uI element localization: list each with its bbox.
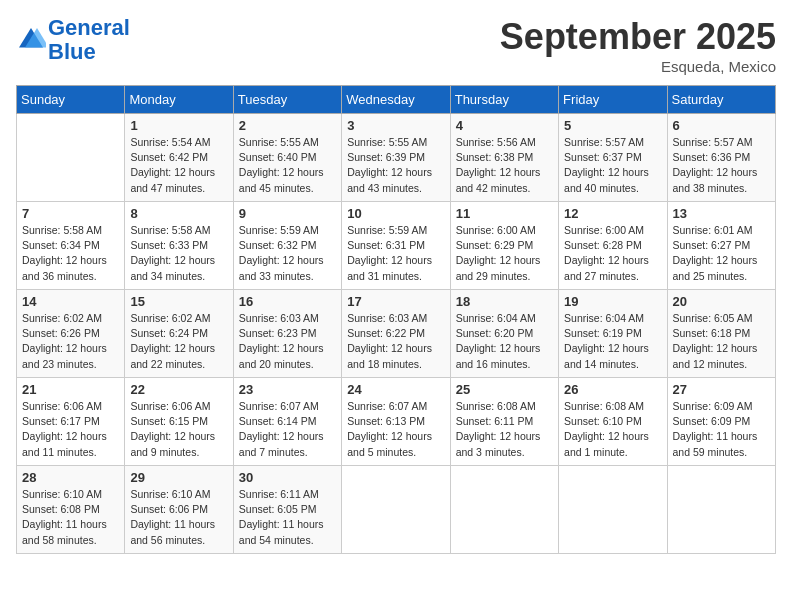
- logo-line2: Blue: [48, 39, 96, 64]
- day-number: 29: [130, 470, 227, 485]
- weekday-row: SundayMondayTuesdayWednesdayThursdayFrid…: [17, 86, 776, 114]
- day-info: Sunrise: 6:00 AM Sunset: 6:29 PM Dayligh…: [456, 223, 553, 284]
- day-info: Sunrise: 5:54 AM Sunset: 6:42 PM Dayligh…: [130, 135, 227, 196]
- calendar-cell: 23Sunrise: 6:07 AM Sunset: 6:14 PM Dayli…: [233, 378, 341, 466]
- day-number: 5: [564, 118, 661, 133]
- page-header: General Blue September 2025 Esqueda, Mex…: [16, 16, 776, 75]
- calendar-cell: 22Sunrise: 6:06 AM Sunset: 6:15 PM Dayli…: [125, 378, 233, 466]
- day-info: Sunrise: 6:08 AM Sunset: 6:10 PM Dayligh…: [564, 399, 661, 460]
- calendar-cell: [450, 466, 558, 554]
- calendar-cell: 12Sunrise: 6:00 AM Sunset: 6:28 PM Dayli…: [559, 202, 667, 290]
- day-number: 18: [456, 294, 553, 309]
- day-info: Sunrise: 5:57 AM Sunset: 6:36 PM Dayligh…: [673, 135, 770, 196]
- calendar-cell: 24Sunrise: 6:07 AM Sunset: 6:13 PM Dayli…: [342, 378, 450, 466]
- day-number: 23: [239, 382, 336, 397]
- day-number: 12: [564, 206, 661, 221]
- calendar-cell: 4Sunrise: 5:56 AM Sunset: 6:38 PM Daylig…: [450, 114, 558, 202]
- calendar-cell: 11Sunrise: 6:00 AM Sunset: 6:29 PM Dayli…: [450, 202, 558, 290]
- calendar-cell: 18Sunrise: 6:04 AM Sunset: 6:20 PM Dayli…: [450, 290, 558, 378]
- location: Esqueda, Mexico: [500, 58, 776, 75]
- day-info: Sunrise: 6:06 AM Sunset: 6:17 PM Dayligh…: [22, 399, 119, 460]
- calendar-cell: 17Sunrise: 6:03 AM Sunset: 6:22 PM Dayli…: [342, 290, 450, 378]
- calendar-week-row: 21Sunrise: 6:06 AM Sunset: 6:17 PM Dayli…: [17, 378, 776, 466]
- day-number: 27: [673, 382, 770, 397]
- day-number: 21: [22, 382, 119, 397]
- day-number: 9: [239, 206, 336, 221]
- title-block: September 2025 Esqueda, Mexico: [500, 16, 776, 75]
- day-info: Sunrise: 6:10 AM Sunset: 6:06 PM Dayligh…: [130, 487, 227, 548]
- day-info: Sunrise: 6:07 AM Sunset: 6:14 PM Dayligh…: [239, 399, 336, 460]
- calendar-cell: [667, 466, 775, 554]
- calendar-cell: 20Sunrise: 6:05 AM Sunset: 6:18 PM Dayli…: [667, 290, 775, 378]
- day-info: Sunrise: 5:55 AM Sunset: 6:40 PM Dayligh…: [239, 135, 336, 196]
- calendar-cell: 21Sunrise: 6:06 AM Sunset: 6:17 PM Dayli…: [17, 378, 125, 466]
- calendar-cell: 19Sunrise: 6:04 AM Sunset: 6:19 PM Dayli…: [559, 290, 667, 378]
- weekday-header: Monday: [125, 86, 233, 114]
- calendar-cell: 26Sunrise: 6:08 AM Sunset: 6:10 PM Dayli…: [559, 378, 667, 466]
- day-number: 7: [22, 206, 119, 221]
- logo-icon: [16, 25, 46, 55]
- day-number: 4: [456, 118, 553, 133]
- day-number: 6: [673, 118, 770, 133]
- calendar-cell: 14Sunrise: 6:02 AM Sunset: 6:26 PM Dayli…: [17, 290, 125, 378]
- day-number: 17: [347, 294, 444, 309]
- calendar-cell: 7Sunrise: 5:58 AM Sunset: 6:34 PM Daylig…: [17, 202, 125, 290]
- weekday-header: Friday: [559, 86, 667, 114]
- calendar-cell: 5Sunrise: 5:57 AM Sunset: 6:37 PM Daylig…: [559, 114, 667, 202]
- day-number: 19: [564, 294, 661, 309]
- day-info: Sunrise: 5:59 AM Sunset: 6:32 PM Dayligh…: [239, 223, 336, 284]
- day-number: 11: [456, 206, 553, 221]
- weekday-header: Wednesday: [342, 86, 450, 114]
- day-info: Sunrise: 6:08 AM Sunset: 6:11 PM Dayligh…: [456, 399, 553, 460]
- day-number: 13: [673, 206, 770, 221]
- calendar-cell: 30Sunrise: 6:11 AM Sunset: 6:05 PM Dayli…: [233, 466, 341, 554]
- day-info: Sunrise: 6:03 AM Sunset: 6:22 PM Dayligh…: [347, 311, 444, 372]
- calendar-week-row: 1Sunrise: 5:54 AM Sunset: 6:42 PM Daylig…: [17, 114, 776, 202]
- day-number: 30: [239, 470, 336, 485]
- day-info: Sunrise: 6:11 AM Sunset: 6:05 PM Dayligh…: [239, 487, 336, 548]
- day-info: Sunrise: 6:04 AM Sunset: 6:20 PM Dayligh…: [456, 311, 553, 372]
- day-info: Sunrise: 5:58 AM Sunset: 6:34 PM Dayligh…: [22, 223, 119, 284]
- weekday-header: Saturday: [667, 86, 775, 114]
- calendar-week-row: 7Sunrise: 5:58 AM Sunset: 6:34 PM Daylig…: [17, 202, 776, 290]
- calendar-cell: 25Sunrise: 6:08 AM Sunset: 6:11 PM Dayli…: [450, 378, 558, 466]
- day-info: Sunrise: 6:05 AM Sunset: 6:18 PM Dayligh…: [673, 311, 770, 372]
- month-title: September 2025: [500, 16, 776, 58]
- calendar-week-row: 28Sunrise: 6:10 AM Sunset: 6:08 PM Dayli…: [17, 466, 776, 554]
- calendar-cell: 3Sunrise: 5:55 AM Sunset: 6:39 PM Daylig…: [342, 114, 450, 202]
- logo-text: General Blue: [48, 16, 130, 64]
- day-number: 3: [347, 118, 444, 133]
- logo: General Blue: [16, 16, 130, 64]
- calendar-body: 1Sunrise: 5:54 AM Sunset: 6:42 PM Daylig…: [17, 114, 776, 554]
- calendar-cell: 13Sunrise: 6:01 AM Sunset: 6:27 PM Dayli…: [667, 202, 775, 290]
- calendar-cell: 8Sunrise: 5:58 AM Sunset: 6:33 PM Daylig…: [125, 202, 233, 290]
- day-info: Sunrise: 6:01 AM Sunset: 6:27 PM Dayligh…: [673, 223, 770, 284]
- day-number: 2: [239, 118, 336, 133]
- day-info: Sunrise: 5:58 AM Sunset: 6:33 PM Dayligh…: [130, 223, 227, 284]
- calendar-cell: 27Sunrise: 6:09 AM Sunset: 6:09 PM Dayli…: [667, 378, 775, 466]
- weekday-header: Sunday: [17, 86, 125, 114]
- day-info: Sunrise: 6:03 AM Sunset: 6:23 PM Dayligh…: [239, 311, 336, 372]
- day-info: Sunrise: 6:00 AM Sunset: 6:28 PM Dayligh…: [564, 223, 661, 284]
- calendar-cell: [17, 114, 125, 202]
- day-number: 26: [564, 382, 661, 397]
- day-info: Sunrise: 6:02 AM Sunset: 6:24 PM Dayligh…: [130, 311, 227, 372]
- calendar-header: SundayMondayTuesdayWednesdayThursdayFrid…: [17, 86, 776, 114]
- day-number: 1: [130, 118, 227, 133]
- calendar-cell: 9Sunrise: 5:59 AM Sunset: 6:32 PM Daylig…: [233, 202, 341, 290]
- calendar-cell: 16Sunrise: 6:03 AM Sunset: 6:23 PM Dayli…: [233, 290, 341, 378]
- calendar-cell: 15Sunrise: 6:02 AM Sunset: 6:24 PM Dayli…: [125, 290, 233, 378]
- day-number: 8: [130, 206, 227, 221]
- day-info: Sunrise: 6:09 AM Sunset: 6:09 PM Dayligh…: [673, 399, 770, 460]
- day-info: Sunrise: 5:59 AM Sunset: 6:31 PM Dayligh…: [347, 223, 444, 284]
- day-info: Sunrise: 6:02 AM Sunset: 6:26 PM Dayligh…: [22, 311, 119, 372]
- day-info: Sunrise: 6:04 AM Sunset: 6:19 PM Dayligh…: [564, 311, 661, 372]
- day-number: 10: [347, 206, 444, 221]
- calendar-cell: 2Sunrise: 5:55 AM Sunset: 6:40 PM Daylig…: [233, 114, 341, 202]
- calendar-week-row: 14Sunrise: 6:02 AM Sunset: 6:26 PM Dayli…: [17, 290, 776, 378]
- calendar-cell: [559, 466, 667, 554]
- day-info: Sunrise: 5:55 AM Sunset: 6:39 PM Dayligh…: [347, 135, 444, 196]
- calendar-cell: 29Sunrise: 6:10 AM Sunset: 6:06 PM Dayli…: [125, 466, 233, 554]
- day-number: 15: [130, 294, 227, 309]
- logo-line1: General: [48, 15, 130, 40]
